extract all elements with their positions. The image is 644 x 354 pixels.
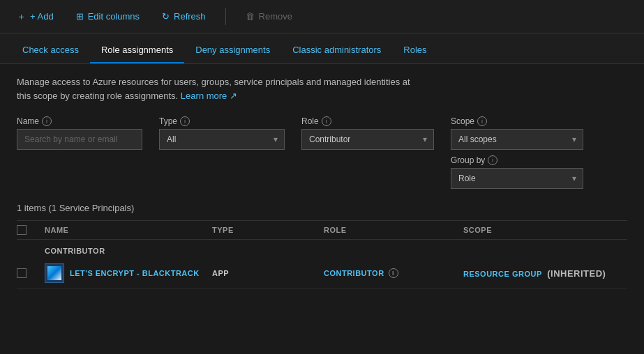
row-name-cell: Let's Encrypt - BlackTrack: [45, 263, 212, 283]
refresh-icon: ↻: [162, 11, 170, 22]
col-header-name: Name: [45, 226, 212, 234]
scope-select-wrapper: All scopes This resource Inherited: [451, 129, 583, 150]
remove-label: Remove: [259, 11, 292, 22]
name-filter-group: Name i: [17, 116, 142, 150]
toolbar-divider: [225, 8, 226, 25]
description-text: Manage access to Azure resources for use…: [17, 75, 421, 102]
refresh-label: Refresh: [174, 11, 206, 22]
row-role-cell: Contributor i: [324, 268, 463, 278]
type-select[interactable]: All User Group Service Principal Managed…: [159, 129, 285, 150]
row-checkbox[interactable]: [17, 268, 27, 278]
role-select[interactable]: Contributor Owner Reader: [301, 129, 434, 150]
name-filter-label: Name i: [17, 116, 142, 126]
col-header-type: Type: [212, 226, 324, 234]
group-contributor: Contributor: [17, 240, 627, 258]
role-row-info-icon[interactable]: i: [389, 268, 398, 278]
select-all-checkbox-col: [17, 225, 45, 235]
tab-role-assignments[interactable]: Role assignments: [90, 38, 184, 63]
tabs-container: Check access Role assignments Deny assig…: [0, 33, 644, 64]
col-header-scope: Scope: [463, 226, 627, 234]
role-link[interactable]: Contributor: [324, 269, 384, 277]
groupby-select-wrapper: Role Type Scope None: [451, 168, 583, 189]
row-checkbox-col: [17, 268, 45, 278]
tab-check-access[interactable]: Check access: [11, 38, 90, 63]
table-header: Name Type Role Scope: [17, 220, 627, 240]
groupby-info-icon[interactable]: i: [488, 155, 497, 165]
table: Name Type Role Scope Contributor: [17, 220, 627, 289]
app-name-link[interactable]: Let's Encrypt - BlackTrack: [70, 269, 200, 277]
scope-select[interactable]: All scopes This resource Inherited: [451, 129, 583, 150]
app-icon: [45, 263, 64, 283]
col-header-role: Role: [324, 226, 463, 234]
type-select-wrapper: All User Group Service Principal Managed…: [159, 129, 285, 150]
role-select-wrapper: Contributor Owner Reader: [301, 129, 434, 150]
role-filter-group: Role i Contributor Owner Reader: [301, 116, 434, 150]
row-scope-cell: Resource group (Inherited): [463, 268, 627, 279]
select-all-checkbox[interactable]: [17, 225, 27, 235]
main-content: Manage access to Azure resources for use…: [0, 64, 644, 300]
scope-info-icon[interactable]: i: [477, 116, 487, 126]
type-info-icon[interactable]: i: [180, 116, 190, 126]
learn-more-link[interactable]: Learn more ↗: [181, 91, 237, 101]
name-info-icon[interactable]: i: [42, 116, 52, 126]
remove-button[interactable]: 🗑 Remove: [240, 8, 298, 24]
groupby-select[interactable]: Role Type Scope None: [451, 168, 583, 189]
groupby-filter-label: Group by i: [451, 155, 583, 165]
table-row: Let's Encrypt - BlackTrack App Contribut…: [17, 258, 627, 289]
scope-inherited: (Inherited): [544, 268, 606, 279]
tab-roles[interactable]: Roles: [392, 38, 437, 63]
add-label: + Add: [30, 11, 54, 22]
toolbar: ＋ + Add ⊞ Edit columns ↻ Refresh 🗑 Remov…: [0, 0, 644, 33]
columns-icon: ⊞: [76, 11, 84, 22]
refresh-button[interactable]: ↻ Refresh: [156, 8, 211, 24]
groupby-filter-group: Group by i Role Type Scope None: [451, 155, 583, 189]
scope-link[interactable]: Resource group: [463, 270, 544, 278]
type-filter-group: Type i All User Group Service Principal …: [159, 116, 285, 150]
scope-filter-label: Scope i: [451, 116, 583, 126]
role-filter-label: Role i: [301, 116, 434, 126]
tab-deny-assignments[interactable]: Deny assignments: [184, 38, 281, 63]
name-search-input[interactable]: [17, 129, 142, 150]
type-filter-label: Type i: [159, 116, 285, 126]
edit-columns-label: Edit columns: [88, 11, 140, 22]
right-filters: Scope i All scopes This resource Inherit…: [451, 116, 583, 189]
add-button[interactable]: ＋ + Add: [11, 8, 59, 26]
add-icon: ＋: [17, 10, 26, 23]
app-icon-inner: [47, 266, 61, 280]
tab-classic-administrators[interactable]: Classic administrators: [281, 38, 392, 63]
filters-container: Name i Type i All User Group Service Pri…: [17, 116, 627, 189]
scope-filter-group: Scope i All scopes This resource Inherit…: [451, 116, 583, 150]
items-count: 1 items (1 Service Principals): [17, 203, 627, 213]
role-info-icon[interactable]: i: [322, 116, 331, 126]
edit-columns-button[interactable]: ⊞ Edit columns: [70, 8, 145, 24]
remove-icon: 🗑: [246, 11, 255, 22]
row-type-cell: App: [212, 269, 324, 277]
